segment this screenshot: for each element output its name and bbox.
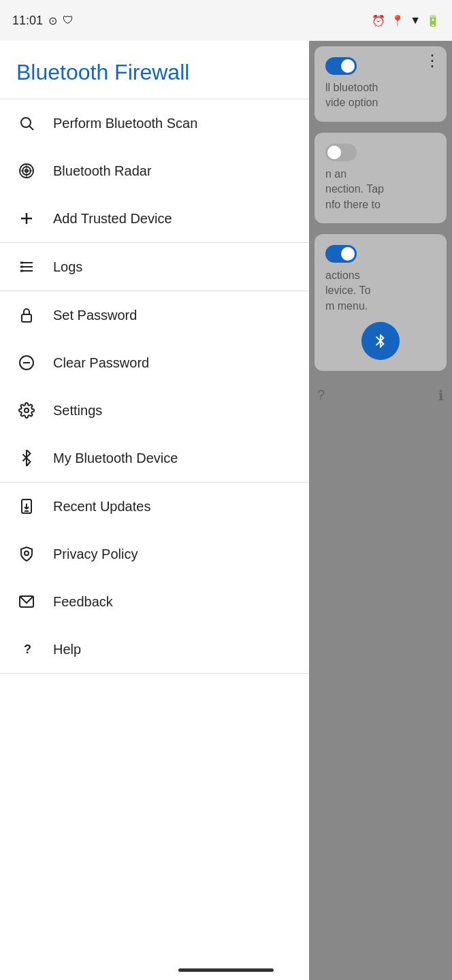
question-icon-right: ?	[317, 387, 325, 404]
svg-point-0	[21, 118, 31, 127]
menu-item-help[interactable]: ? Help	[0, 625, 309, 673]
shield-status-icon: 🛡	[63, 14, 74, 27]
time-display: 11:01	[12, 14, 43, 28]
card-2-text: n an nection. Tap nfo there to	[325, 168, 384, 210]
bg-card-2: n an nection. Tap nfo there to	[314, 133, 447, 223]
menu-item-bluetooth-radar[interactable]: Bluetooth Radar	[0, 147, 309, 195]
svg-text:?: ?	[24, 642, 31, 656]
menu-item-perform-scan[interactable]: Perform Bluetooth Scan	[0, 99, 309, 147]
location-icon: 📍	[391, 14, 404, 27]
media-icon: ⊙	[48, 14, 57, 27]
svg-point-18	[25, 408, 29, 412]
mail-icon	[16, 591, 37, 612]
svg-line-1	[30, 127, 34, 131]
settings-label: Settings	[53, 403, 102, 419]
bluetooth-radar-label: Bluetooth Radar	[53, 163, 152, 179]
settings-icon	[16, 400, 37, 421]
set-password-label: Set Password	[53, 308, 137, 323]
status-bar: 11:01 ⊙ 🛡 ⏰ 📍 ▼ 🔋	[0, 0, 452, 41]
menu-item-my-bluetooth[interactable]: My Bluetooth Device	[0, 434, 309, 482]
bg-card-3: actions levice. To m menu.	[314, 234, 447, 371]
status-right: ⏰ 📍 ▼ 🔋	[372, 14, 440, 27]
card-3-text: actions levice. To m menu.	[325, 270, 370, 312]
download-icon	[16, 496, 37, 517]
perform-scan-label: Perform Bluetooth Scan	[53, 116, 197, 131]
alarm-icon: ⏰	[372, 14, 385, 27]
toggle-3	[325, 245, 357, 263]
menu-item-recent-updates[interactable]: Recent Updates	[0, 483, 309, 530]
search-icon	[16, 113, 37, 133]
help-label: Help	[53, 642, 81, 657]
wifi-icon: ▼	[410, 14, 421, 27]
menu-item-clear-password[interactable]: Clear Password	[0, 339, 309, 387]
right-bottom-icons: ? ℹ	[314, 382, 447, 409]
card-1-text: ll bluetooth vide option	[325, 82, 378, 108]
menu-item-logs[interactable]: Logs	[0, 243, 309, 291]
bottom-nav-indicator	[178, 968, 274, 972]
status-left: 11:01 ⊙ 🛡	[12, 14, 74, 28]
menu-item-add-trusted[interactable]: Add Trusted Device	[0, 195, 309, 242]
three-dot-menu[interactable]: ⋮	[424, 51, 441, 70]
logs-icon	[16, 257, 37, 277]
app-title: Bluetooth Firewall	[0, 41, 309, 99]
clear-password-label: Clear Password	[53, 355, 149, 371]
minus-circle-icon	[16, 353, 37, 373]
menu-section-2: Logs	[0, 243, 309, 291]
menu-section-4: Recent Updates Privacy Policy Feedback	[0, 483, 309, 674]
recent-updates-label: Recent Updates	[53, 499, 150, 514]
menu-section-3: Set Password Clear Password Settings	[0, 291, 309, 483]
add-trusted-label: Add Trusted Device	[53, 211, 172, 227]
info-icon-right: ℹ	[438, 387, 444, 404]
menu-item-privacy-policy[interactable]: Privacy Policy	[0, 530, 309, 578]
menu-item-set-password[interactable]: Set Password	[0, 291, 309, 339]
logs-label: Logs	[53, 259, 82, 275]
lock-icon	[16, 305, 37, 325]
privacy-policy-label: Privacy Policy	[53, 546, 138, 562]
navigation-drawer: Bluetooth Firewall Perform Bluetooth Sca…	[0, 41, 309, 980]
menu-item-settings[interactable]: Settings	[0, 387, 309, 434]
plus-icon	[16, 208, 37, 229]
question-mark-icon: ?	[16, 639, 37, 659]
bluetooth-fab[interactable]	[361, 322, 400, 360]
menu-section-1: Perform Bluetooth Scan Bluetooth Radar	[0, 99, 309, 243]
feedback-label: Feedback	[53, 594, 113, 610]
my-bluetooth-label: My Bluetooth Device	[53, 451, 178, 466]
battery-icon: 🔋	[426, 14, 440, 27]
radar-icon	[16, 161, 37, 181]
right-panel-bg: ll bluetooth vide option n an nection. T…	[309, 41, 452, 980]
svg-rect-15	[22, 314, 31, 322]
toggle-2	[325, 144, 357, 161]
menu-item-feedback[interactable]: Feedback	[0, 578, 309, 625]
privacy-shield-icon	[16, 544, 37, 564]
bluetooth-icon	[16, 448, 37, 468]
toggle-1	[325, 57, 357, 75]
svg-point-24	[25, 551, 29, 555]
